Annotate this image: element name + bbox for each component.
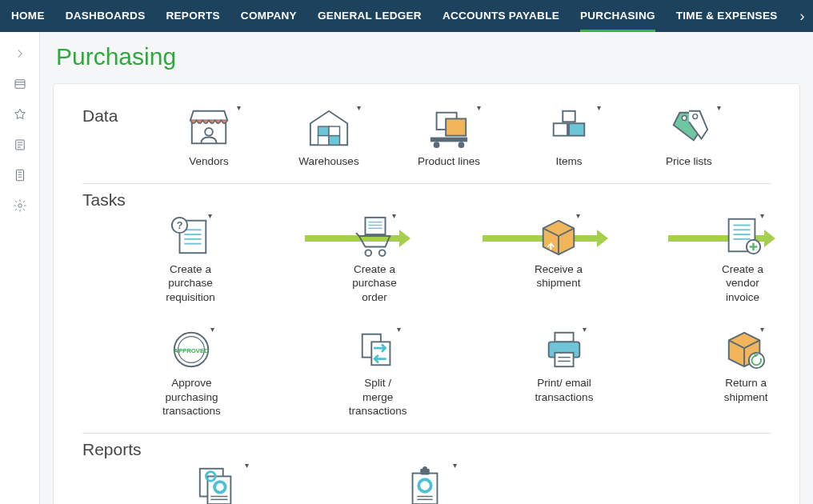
tile-receive-shipment[interactable]: ▾ Receive a shipment [531, 214, 587, 290]
chevron-down-icon[interactable]: ▾ [576, 211, 580, 220]
tile-vendors[interactable]: ▾ Vendors [170, 106, 247, 169]
chevron-down-icon[interactable]: ▾ [245, 461, 249, 470]
nav-company[interactable]: COMPANY [241, 1, 297, 32]
tile-label: Vendors [189, 154, 229, 169]
chevron-down-icon[interactable]: ▾ [453, 461, 457, 470]
section-tasks-title: Tasks [82, 190, 771, 210]
tile-my-reports[interactable]: ▾ My reports [386, 464, 463, 504]
side-doc-icon[interactable] [13, 168, 27, 182]
tile-return-shipment[interactable]: ▾ Return a shipment [721, 328, 771, 404]
tile-product-lines[interactable]: ▾ Product lines [411, 106, 487, 169]
my-reports-icon [402, 464, 448, 504]
nav-scroll-right-icon[interactable]: › [799, 8, 807, 25]
section-reports-title: Reports [82, 440, 771, 459]
requisition-icon [167, 214, 214, 258]
vendors-icon [186, 106, 232, 150]
divider [82, 433, 771, 434]
side-rail [0, 32, 40, 504]
tile-label: Receive a shipment [531, 262, 587, 290]
tile-label: Split / merge transactions [349, 376, 407, 418]
chevron-down-icon[interactable]: ▾ [760, 325, 764, 334]
side-star-icon[interactable] [13, 107, 27, 122]
content-card: Data ▾ Vendors ▾ Warehouses ▾ [53, 83, 800, 504]
tile-standard-reports[interactable]: ▾ Standard reports [178, 464, 255, 504]
chevron-down-icon[interactable]: ▾ [237, 103, 241, 112]
side-gear-icon[interactable] [13, 198, 27, 213]
printer-icon [541, 328, 587, 371]
tile-create-po[interactable]: ▾ Create a purchase order [346, 214, 402, 305]
tile-label: Create a purchase requisition [162, 262, 218, 305]
tile-label: Create a purchase order [346, 262, 402, 305]
box-out-icon [723, 328, 769, 371]
chevron-down-icon[interactable]: ▾ [397, 325, 401, 334]
tile-label: Create a vendor invoice [715, 262, 771, 305]
svg-rect-71 [16, 170, 23, 181]
chevron-down-icon[interactable]: ▾ [583, 325, 587, 334]
chevron-down-icon[interactable]: ▾ [210, 325, 214, 334]
divider [82, 183, 771, 184]
nav-reports[interactable]: REPORTS [166, 1, 219, 32]
vendor-invoice-icon [719, 214, 766, 258]
cart-icon [351, 214, 398, 258]
tile-label: Items [555, 154, 582, 169]
nav-purchasing[interactable]: PURCHASING [580, 1, 655, 32]
tile-label: Warehouses [298, 154, 358, 169]
side-expand-icon[interactable] [13, 46, 27, 61]
chevron-down-icon[interactable]: ▾ [357, 103, 361, 112]
nav-general-ledger[interactable]: GENERAL LEDGER [318, 1, 422, 32]
tile-label: Product lines [418, 154, 480, 169]
chevron-down-icon[interactable]: ▾ [717, 103, 721, 112]
side-list-icon[interactable] [13, 77, 27, 91]
main-content: Purchasing Data ▾ Vendors ▾ Warehouses [40, 32, 813, 504]
tile-items[interactable]: ▾ Items [531, 106, 607, 169]
svg-point-75 [18, 204, 22, 208]
chevron-down-icon[interactable]: ▾ [208, 211, 212, 220]
tile-create-requisition[interactable]: ▾ Create a purchase requisition [162, 214, 218, 305]
tasks-flow-row: ▾ Create a purchase requisition ▾ Create… [162, 214, 771, 305]
product-lines-icon [426, 106, 472, 150]
tile-warehouses[interactable]: ▾ Warehouses [290, 106, 367, 169]
side-notes-icon[interactable] [13, 138, 27, 152]
chevron-down-icon[interactable]: ▾ [477, 103, 481, 112]
chevron-down-icon[interactable]: ▾ [760, 211, 764, 220]
split-merge-icon [354, 328, 401, 371]
price-lists-icon [666, 106, 712, 150]
tasks-second-row: ▾ Approve purchasing transactions ▾ Spli… [162, 328, 771, 418]
tile-label: Return a shipment [721, 376, 771, 404]
tile-vendor-invoice[interactable]: ▾ Create a vendor invoice [715, 214, 771, 305]
tile-print-email[interactable]: ▾ Print/ email transactions [535, 328, 594, 404]
tile-price-lists[interactable]: ▾ Price lists [651, 106, 727, 169]
tile-label: Print/ email transactions [535, 376, 594, 404]
chevron-down-icon[interactable]: ▾ [392, 211, 396, 220]
tile-label: Approve purchasing transactions [162, 376, 221, 418]
items-icon [546, 106, 592, 150]
warehouses-icon [306, 106, 352, 150]
top-nav: HOME DASHBOARDS REPORTS COMPANY GENERAL … [0, 0, 813, 32]
reports-row: ▾ Standard reports ▾ My reports [178, 464, 771, 504]
nav-accounts-payable[interactable]: ACCOUNTS PAYABLE [443, 1, 559, 32]
nav-dashboards[interactable]: DASHBOARDS [66, 1, 146, 32]
tile-label: Price lists [666, 154, 712, 169]
tile-approve-transactions[interactable]: ▾ Approve purchasing transactions [162, 328, 221, 418]
tile-split-merge[interactable]: ▾ Split / merge transactions [349, 328, 407, 418]
nav-time-expenses[interactable]: TIME & EXPENSES [676, 1, 778, 32]
chevron-down-icon[interactable]: ▾ [597, 103, 601, 112]
nav-home[interactable]: HOME [11, 1, 45, 32]
section-data-title: Data [82, 106, 170, 126]
svg-rect-64 [15, 80, 25, 89]
approved-icon [168, 328, 214, 371]
standard-reports-icon [194, 464, 240, 504]
box-in-icon [535, 214, 582, 258]
page-title: Purchasing [56, 43, 800, 70]
